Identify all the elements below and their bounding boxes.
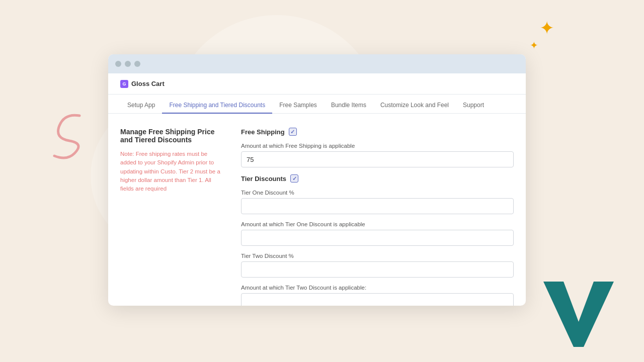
tab-bundle-items[interactable]: Bundle Items	[324, 98, 373, 114]
tier-one-amount-group: Amount at which Tier One Discount is app…	[241, 221, 514, 246]
tab-customize[interactable]: Customize Look and Feel	[373, 98, 456, 114]
teal-v-decoration	[543, 282, 614, 347]
svg-marker-0	[543, 282, 614, 347]
left-panel: Manage Free Shipping Price and Tiered Di…	[120, 128, 221, 292]
star-small-icon: ✦	[530, 40, 538, 50]
content-area: Manage Free Shipping Price and Tiered Di…	[108, 114, 526, 306]
tab-free-samples[interactable]: Free Samples	[272, 98, 324, 114]
browser-titlebar	[108, 54, 526, 73]
tier-two-discount-label: Tier Two Discount %	[241, 253, 514, 259]
tab-free-shipping-tiered[interactable]: Free Shipping and Tiered Discounts	[162, 98, 272, 114]
browser-dot-2	[125, 61, 131, 67]
tier-two-amount-group: Amount at which Tier Two Discount is app…	[241, 285, 514, 306]
nav-tabs: Setup App Free Shipping and Tiered Disco…	[108, 95, 526, 114]
tier-discounts-checkbox[interactable]	[290, 174, 298, 183]
tier-two-amount-label: Amount at which Tier Two Discount is app…	[241, 285, 514, 291]
app-logo-label: Gloss Cart	[131, 80, 165, 87]
tier-two-discount-group: Tier Two Discount %	[241, 253, 514, 278]
browser-dot-1	[115, 61, 121, 67]
tier-discounts-header: Tier Discounts	[241, 174, 514, 183]
tier-discounts-label: Tier Discounts	[241, 175, 286, 183]
free-shipping-amount-input[interactable]	[241, 151, 514, 167]
free-shipping-label: Free Shipping	[241, 128, 285, 136]
star-large-icon: ✦	[539, 19, 554, 37]
tab-support[interactable]: Support	[456, 98, 491, 114]
tier-one-amount-label: Amount at which Tier One Discount is app…	[241, 221, 514, 227]
tier-one-amount-input[interactable]	[241, 230, 514, 246]
app-logo-icon: G	[120, 80, 128, 88]
tier-two-discount-input[interactable]	[241, 261, 514, 278]
tier-two-amount-input[interactable]	[241, 293, 514, 306]
tier-one-discount-group: Tier One Discount %	[241, 190, 514, 214]
free-shipping-amount-label: Amount at which Free Shipping is applica…	[241, 143, 514, 149]
app-header: G Gloss Cart	[108, 73, 526, 95]
browser-dot-3	[134, 61, 140, 67]
tab-setup-app[interactable]: Setup App	[120, 98, 162, 114]
free-shipping-amount-group: Amount at which Free Shipping is applica…	[241, 143, 514, 167]
note-text: Note: Free shipping rates must be added …	[120, 150, 221, 193]
app-logo: G Gloss Cart	[120, 80, 165, 88]
free-shipping-header: Free Shipping	[241, 128, 514, 136]
manage-section-title: Manage Free Shipping Price and Tiered Di…	[120, 128, 221, 144]
tier-one-discount-label: Tier One Discount %	[241, 190, 514, 196]
tier-one-discount-input[interactable]	[241, 198, 514, 214]
browser-window: G Gloss Cart Setup App Free Shipping and…	[108, 54, 526, 306]
squiggle-decoration	[34, 111, 100, 161]
free-shipping-checkbox[interactable]	[289, 128, 297, 136]
right-panel: Free Shipping Amount at which Free Shipp…	[241, 128, 514, 292]
